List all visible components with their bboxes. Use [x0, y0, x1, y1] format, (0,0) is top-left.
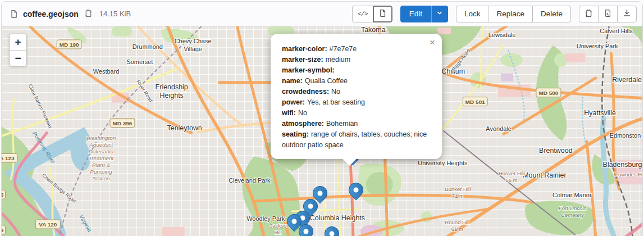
popup-field: atmosphere:Bohemian [282, 119, 428, 129]
copy-contents-button[interactable] [579, 6, 599, 22]
label-lewisdale: Lewisdale [488, 31, 516, 38]
label-aqueduct-4: Treatment [89, 155, 115, 161]
popup-field-value: Yes, at bar seating [307, 98, 365, 106]
label-jackson-hill-2: Hill [275, 229, 282, 235]
label-friendship: Friendship [156, 83, 188, 91]
label-aqueduct-6: Pumping [90, 169, 112, 175]
label-westbard: Westbard [93, 68, 120, 75]
popup-field-value: Bohemian [326, 120, 358, 128]
shield-partial-5: 5 [2, 192, 4, 198]
clipboard-copy-icon [584, 9, 593, 19]
popup-field: name:Qualia Coffee [282, 76, 428, 87]
zoom-in-button[interactable]: + [10, 34, 26, 50]
label-fort-lincoln-2: Cemetery [561, 212, 584, 218]
replace-button[interactable]: Replace [488, 6, 533, 22]
popup-close-button[interactable]: × [428, 37, 436, 48]
popup-field-label: seating: [282, 130, 309, 138]
file-manage-group: Lock Replace Delete [456, 6, 571, 22]
label-aqueduct-2: Aqueduct [89, 142, 113, 148]
label-brentwood: Brentwood [539, 147, 573, 155]
file-actions: </> Edit Lock Replace Delete [352, 6, 637, 22]
shield-md501: MD 501 [465, 99, 485, 105]
copy-file-path-button[interactable] [83, 8, 94, 20]
label-aqueduct-3: Dalecarlia [89, 148, 114, 155]
popup-field-value: Qualia Coffee [305, 77, 348, 85]
label-woodley-park: Woodley Park [246, 215, 285, 222]
file-header: coffee.geojson 14.15 KiB </> Edit [2, 2, 642, 26]
popup-field-value: No [331, 88, 340, 96]
label-friendship-2: Heights [160, 92, 184, 99]
zoom-out-button[interactable]: − [10, 50, 26, 66]
label-university-park: University Park [577, 43, 618, 49]
popup-field: crowdedness:No [282, 87, 428, 97]
label-hoover-hill: Hoover Hill [499, 170, 524, 176]
label-drummond: Drummond [133, 43, 163, 50]
label-columbia-heights: Columbia Heights [310, 214, 365, 222]
popup-field: wifi:No [282, 108, 428, 119]
popup-field: power:Yes, at bar seating [282, 97, 428, 108]
popup-field-value: medium [326, 56, 350, 63]
label-somerset: Somerset [126, 58, 153, 65]
rendered-view-button[interactable] [373, 6, 392, 22]
file-title-area: coffee.geojson 14.15 KiB [10, 8, 131, 20]
lock-button[interactable]: Lock [456, 6, 489, 22]
map-zoom-control: + − [9, 34, 27, 66]
clipboard-icon [84, 9, 93, 19]
feature-popup: × marker-color:#7e7e7e marker-size:mediu… [271, 34, 442, 159]
popup-field-label: name: [282, 77, 303, 85]
source-view-button[interactable]: </> [352, 6, 373, 22]
label-round-hill: Round Hill [445, 219, 470, 225]
popup-field: marker-symbol: [282, 65, 428, 76]
popup-field: seating:range of chairs, tables, couches… [282, 129, 428, 151]
code-icon: </> [358, 10, 368, 17]
label-avondale: Avondale [486, 126, 511, 133]
label-colmar-manor: Colmar Manor [552, 192, 592, 198]
delete-button[interactable]: Delete [532, 6, 571, 22]
edit-button[interactable]: Edit [400, 6, 431, 22]
open-raw-button[interactable] [598, 6, 618, 22]
view-toggle-group: </> [352, 6, 392, 22]
popup-field-label: marker-size: [282, 56, 323, 63]
download-icon [623, 9, 631, 19]
label-chevy-chase: Chevy Chase [175, 38, 212, 44]
download-button[interactable] [617, 6, 637, 22]
label-round-hill-elev: 61 m [451, 226, 463, 232]
label-fort-lincoln: Fort Lincoln [559, 205, 586, 211]
popup-field-label: marker-symbol: [282, 66, 335, 74]
popup-field-label: crowdedness: [282, 88, 329, 96]
popup-field-value: #7e7e7e [330, 45, 357, 53]
label-cleveland-park: Cleveland Park [229, 177, 271, 184]
label-virginia: Virginia [78, 214, 93, 233]
label-edmonston: Edmonston [610, 132, 641, 139]
file-icon [10, 10, 19, 19]
label-aqueduct-7: Station [93, 175, 110, 181]
label-chevy-chase-2: Village [184, 46, 202, 52]
label-mount-rainier: Mount Rainier [523, 171, 567, 179]
file-size: 14.15 KiB [99, 10, 131, 18]
shield-md396: MD 396 [112, 120, 132, 126]
popup-field: marker-size:medium [282, 55, 428, 65]
popup-field-label: atmosphere: [282, 120, 324, 128]
label-takoma: Takoma [361, 26, 386, 34]
popup-field-value: No [298, 109, 307, 117]
popup-field-label: marker-color: [282, 45, 327, 53]
shield-va120: VA 120 [39, 221, 57, 228]
shield-md500: MD 500 [538, 90, 558, 96]
label-aqueduct-1: Washington [86, 135, 116, 141]
edit-dropdown-button[interactable] [431, 6, 448, 22]
label-calvert-hills: Calvert Hills [600, 28, 633, 34]
label-hyattsville: Hyattsville [584, 109, 616, 117]
file-viewer: coffee.geojson 14.15 KiB </> Edit [1, 1, 643, 236]
shield-partial-9: 9 [2, 227, 4, 233]
label-bladensburg: Bladensburg [603, 161, 642, 169]
file-code-icon [604, 9, 612, 19]
shield-md190: MD 190 [60, 42, 79, 48]
label-lowndes-hill: Lowndes Hill [615, 171, 642, 178]
file-name: coffee.geojson [23, 10, 79, 19]
popup-field: marker-color:#7e7e7e [282, 44, 428, 55]
popup-field-label: wifi: [282, 109, 296, 117]
file-utility-group [579, 6, 637, 22]
label-university-heights: University Heights [418, 160, 468, 166]
geojson-map[interactable]: MD 190 MD 396 MD 500 MD 501 VA 123 VA 12… [2, 26, 642, 236]
label-bunker-hill-elev: 71 m [452, 193, 464, 199]
